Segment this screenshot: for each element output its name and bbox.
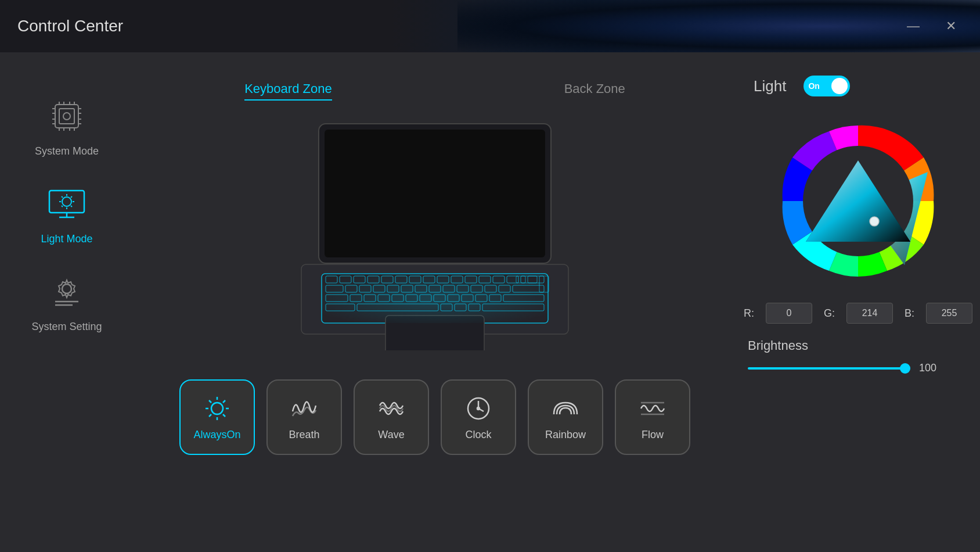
svg-line-29 [71, 196, 72, 198]
alwayson-label: AlwaysOn [193, 429, 240, 441]
system-mode-label: System Mode [35, 145, 99, 157]
light-btn-rainbow[interactable]: Rainbow [528, 379, 603, 455]
breath-label: Breath [289, 429, 319, 441]
sidebar-item-system-mode[interactable]: System Mode [15, 87, 119, 163]
toggle-knob [831, 78, 848, 94]
sidebar-item-light-mode[interactable]: Light Mode [15, 175, 119, 251]
svg-point-91 [211, 403, 223, 414]
svg-point-31 [62, 284, 71, 293]
wave-label: Wave [378, 429, 404, 441]
brightness-section: Brightness 100 [748, 338, 968, 374]
tab-keyboard-zone[interactable]: Keyboard Zone [244, 81, 332, 101]
svg-line-27 [62, 196, 63, 198]
brightness-slider[interactable] [748, 367, 910, 370]
svg-line-98 [223, 400, 225, 403]
g-label: G: [824, 307, 835, 320]
svg-line-96 [209, 400, 211, 403]
svg-point-22 [62, 197, 71, 206]
titlebar: Control Center — ✕ [0, 0, 980, 52]
minimize-button[interactable]: — [902, 15, 925, 38]
app-title: Control Center [17, 17, 123, 35]
tab-back-zone[interactable]: Back Zone [564, 81, 625, 101]
system-setting-icon [44, 268, 90, 315]
svg-rect-1 [59, 109, 74, 124]
svg-rect-35 [325, 130, 545, 257]
svg-point-115 [870, 217, 879, 226]
light-btn-wave[interactable]: Wave [354, 379, 429, 455]
sidebar: System Mode [0, 64, 134, 540]
flow-label: Flow [642, 429, 664, 441]
center-area: Keyboard Zone Back Zone [134, 64, 736, 540]
light-toggle-row: Light On [754, 76, 974, 96]
rgb-row: R: G: B: [744, 303, 972, 324]
clock-label: Clock [465, 429, 491, 441]
light-label: Light [754, 77, 786, 95]
close-button[interactable]: ✕ [939, 15, 963, 38]
svg-line-97 [223, 414, 225, 417]
svg-rect-90 [322, 274, 548, 323]
light-btn-flow[interactable]: Flow [615, 379, 690, 455]
system-setting-label: System Setting [31, 321, 102, 333]
zone-tabs: Keyboard Zone Back Zone [244, 81, 625, 101]
brightness-slider-container: 100 [748, 362, 968, 374]
main-content: System Mode [0, 52, 980, 552]
light-mode-buttons: AlwaysOn Breath Wave [179, 379, 690, 455]
light-btn-alwayson[interactable]: AlwaysOn [179, 379, 255, 455]
svg-line-28 [71, 206, 72, 207]
right-panel: Light On [736, 64, 980, 540]
window-controls: — ✕ [902, 15, 963, 38]
brightness-value: 100 [919, 362, 942, 374]
system-mode-icon [44, 93, 90, 139]
svg-rect-19 [49, 191, 84, 213]
brightness-label: Brightness [748, 338, 968, 353]
light-btn-breath[interactable]: Breath [266, 379, 342, 455]
laptop-illustration [284, 118, 586, 362]
light-toggle-button[interactable]: On [804, 76, 850, 96]
svg-line-99 [209, 414, 211, 417]
color-wheel-container[interactable] [771, 114, 945, 288]
g-input[interactable] [846, 303, 893, 324]
b-label: B: [905, 307, 914, 320]
light-btn-clock[interactable]: Clock [441, 379, 516, 455]
svg-line-30 [62, 206, 63, 207]
light-mode-label: Light Mode [41, 233, 92, 245]
r-label: R: [744, 307, 754, 320]
toggle-on-text: On [808, 81, 819, 91]
rainbow-label: Rainbow [545, 429, 586, 441]
light-mode-icon [44, 181, 90, 227]
sidebar-item-system-setting[interactable]: System Setting [15, 263, 119, 339]
svg-point-103 [477, 407, 480, 410]
r-input[interactable] [766, 303, 812, 324]
b-input[interactable] [926, 303, 972, 324]
svg-point-18 [63, 113, 70, 120]
